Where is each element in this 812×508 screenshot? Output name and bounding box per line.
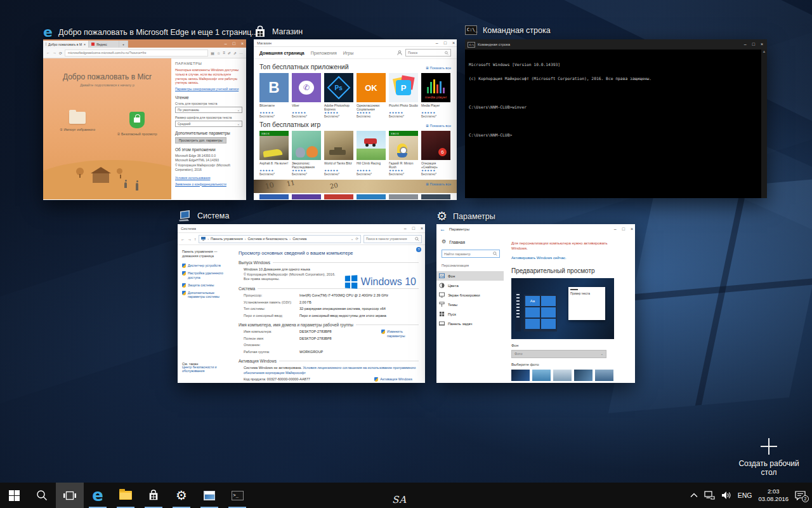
change-settings-link[interactable]: Изменить параметры	[381, 330, 412, 338]
game-tile-asphalt8[interactable]: XBOX Asphalt 8: На взлет! ★★★★★ Бесплатн…	[259, 131, 289, 176]
maximize-button[interactable]: □	[412, 224, 415, 233]
taskbar-file-explorer-button[interactable]	[112, 483, 140, 508]
edge-tab-2[interactable]: Яндекс	[89, 41, 119, 48]
app-tile-media-player[interactable]: media player Media Player ★★★★★ Бесплатн…	[421, 73, 450, 118]
taskbar-cmd-button[interactable]: >_	[223, 483, 251, 508]
edge-window-thumbnail[interactable]: Добро пожаловать в M × Яндекс + – □ × ← …	[43, 39, 246, 200]
sidebar-item-colors[interactable]: Цвета	[436, 281, 504, 290]
maximize-button[interactable]: □	[622, 224, 625, 234]
back-icon[interactable]: ←	[440, 226, 445, 232]
minimize-button[interactable]: –	[436, 39, 438, 47]
more-icon[interactable]: …	[239, 51, 243, 55]
store-search-box[interactable]	[405, 49, 451, 57]
minimize-button[interactable]: –	[744, 41, 747, 48]
back-icon[interactable]: ←	[46, 51, 50, 55]
system-protection-link[interactable]: Защита системы	[182, 283, 230, 288]
back-icon[interactable]: ←	[181, 237, 185, 241]
remote-access-link[interactable]: Настройка удаленного доступа	[182, 271, 230, 280]
tab-close-icon[interactable]: ×	[84, 43, 86, 46]
sidebar-item-background[interactable]: Фон	[436, 271, 504, 281]
game-tile-minion-rush[interactable]: XBOX Гадкий Я: Minion Rush ★★★★★ Бесплат…	[389, 131, 418, 176]
app-tile-odnoklassniki[interactable]: OK Одноклассники: Социальная ★★★★★ Беспл…	[357, 73, 386, 118]
refresh-icon[interactable]: ⟳	[59, 51, 62, 55]
action-center-button[interactable]: 2	[795, 491, 806, 500]
help-icon[interactable]: ?	[416, 247, 421, 252]
close-button[interactable]: ×	[241, 40, 244, 48]
crumb-control-panel[interactable]: Панель управления	[211, 237, 243, 241]
show-all-games-link[interactable]: ⊞ Показать все	[426, 124, 451, 128]
edge-window-label[interactable]: e Добро пожаловать в Microsoft Edge и ещ…	[43, 25, 258, 39]
sync-settings-link[interactable]: Параметры синхронизации учетной записи	[175, 87, 242, 91]
device-manager-link[interactable]: Диспетчер устройств	[182, 264, 230, 268]
refresh-icon[interactable]: ⟳	[355, 237, 358, 241]
photo-thumbnail[interactable]	[532, 370, 551, 381]
edge-tab-1[interactable]: Добро пожаловать в M ×	[43, 41, 89, 48]
minimize-button[interactable]: –	[404, 224, 407, 233]
close-button[interactable]: ×	[631, 224, 633, 234]
network-icon[interactable]	[704, 491, 715, 500]
forward-icon[interactable]: →	[188, 237, 192, 241]
sidebar-item-taskbar[interactable]: Панель задач	[436, 319, 504, 328]
share-icon[interactable]: ⇗	[233, 51, 237, 55]
search-icon[interactable]	[493, 251, 497, 256]
user-icon[interactable]	[397, 50, 402, 55]
privacy-statement-link[interactable]: Заявление о конфиденциальности	[175, 182, 242, 187]
minimize-button[interactable]: –	[225, 40, 227, 48]
app-tile-viber[interactable]: ✆ Viber ★★★★★ Бесплатно*	[292, 73, 321, 118]
store-window-thumbnail[interactable]: Магазин – □ × Домашняя страница Приложен…	[254, 39, 457, 200]
view-advanced-settings-button[interactable]: Просмотреть доп. параметры	[175, 137, 226, 144]
new-desktop-button[interactable]: Создать рабочий стол	[731, 438, 807, 477]
taskbar-control-panel-button[interactable]	[195, 483, 223, 508]
advanced-system-settings-link[interactable]: Дополнительные параметры системы	[182, 291, 230, 300]
game-tile-zootopia[interactable]: Зверополис: Расследования ★★★★★ Бесплатн…	[292, 131, 321, 176]
game-tile-world-of-tanks[interactable]: World of Tanks Blitz ★★★★★ Бесплатно*	[324, 131, 353, 176]
start-button[interactable]	[0, 483, 28, 508]
web-note-icon[interactable]: ✐	[228, 51, 231, 55]
crumb-system-security[interactable]: Система и безопасность	[247, 237, 287, 241]
search-icon[interactable]	[415, 237, 419, 241]
cmd-window-label[interactable]: C:\_ Командная строка	[465, 25, 551, 35]
crumb-system[interactable]: Система	[292, 237, 306, 241]
show-all-link[interactable]: ⊞ Показать все	[426, 182, 451, 186]
control-panel-search-input[interactable]	[366, 237, 415, 241]
app-tile-photoshop-express[interactable]: Ps Adobe Photoshop Express ★★★★★ Бесплат…	[324, 73, 353, 118]
chevron-up-icon[interactable]	[690, 493, 698, 498]
system-window-thumbnail[interactable]: Система – □ × ← → ↑ › Панель управления …	[178, 224, 425, 383]
app-tile-picsart[interactable]: P PicsArt Photo Studio ★★★★★ Бесплатно*	[389, 73, 418, 118]
show-all-apps-link[interactable]: ⊞ Показать все	[426, 66, 451, 70]
reading-style-dropdown[interactable]: По умолчанию⌄	[175, 107, 242, 113]
reading-view-icon[interactable]: ▤	[211, 51, 214, 55]
taskbar-edge-button[interactable]: e	[84, 483, 112, 508]
close-button[interactable]: ×	[452, 39, 455, 47]
photo-thumbnail[interactable]	[553, 370, 572, 381]
close-button[interactable]: ×	[421, 224, 423, 233]
taskbar-settings-button[interactable]: ⚙	[167, 483, 195, 508]
hub-icon[interactable]: ≡	[223, 51, 225, 55]
security-maintenance-link[interactable]: Центр безопасности и обслуживания	[182, 365, 233, 373]
clock[interactable]: 2:03 03.08.2016	[758, 488, 789, 504]
terms-of-use-link[interactable]: Условия использования	[175, 176, 242, 180]
settings-search-box[interactable]	[442, 250, 500, 258]
store-search-input[interactable]	[408, 51, 445, 55]
breadcrumb[interactable]: › Панель управления › Система и безопасн…	[199, 235, 361, 243]
taskbar-store-button[interactable]	[140, 483, 167, 508]
up-icon[interactable]: ↑	[194, 237, 196, 241]
settings-home-item[interactable]: ⚙ Главная	[442, 239, 504, 244]
forward-icon[interactable]: →	[53, 51, 56, 55]
control-panel-home-link[interactable]: Панель управления — домашняя страница	[182, 250, 230, 258]
app-tile-vkontakte[interactable]: B ВКонтакте ★★★★★ Бесплатно*	[259, 73, 289, 118]
settings-window-label[interactable]: ⚙ Параметры	[436, 210, 495, 222]
settings-window-thumbnail[interactable]: ← Параметры – □ × ⚙ Главная Персонализац…	[436, 224, 635, 383]
system-window-label[interactable]: Система	[178, 210, 229, 222]
nav-apps[interactable]: Приложения	[311, 51, 337, 55]
settings-search-input[interactable]	[444, 252, 491, 256]
game-tile-sniper-ops[interactable]: 6 Операция «Снайпер» ★★★★★ Бесплатно*	[421, 131, 450, 176]
cmd-window-thumbnail[interactable]: C:\ Командная строка – □ × Microsoft Win…	[465, 39, 767, 198]
game-tile-hill-climb[interactable]: Hill Climb Racing ★★★★★ Бесплатно*	[357, 131, 386, 176]
maximize-button[interactable]: □	[752, 41, 755, 48]
edge-new-tab-button[interactable]: +	[119, 41, 128, 48]
search-button[interactable]	[28, 483, 56, 508]
url-field[interactable]: microsoftedgewelcome.microsoft.com/ru-ru…	[65, 50, 208, 57]
minimize-button[interactable]: –	[614, 224, 617, 234]
control-panel-search-box[interactable]	[363, 235, 422, 243]
